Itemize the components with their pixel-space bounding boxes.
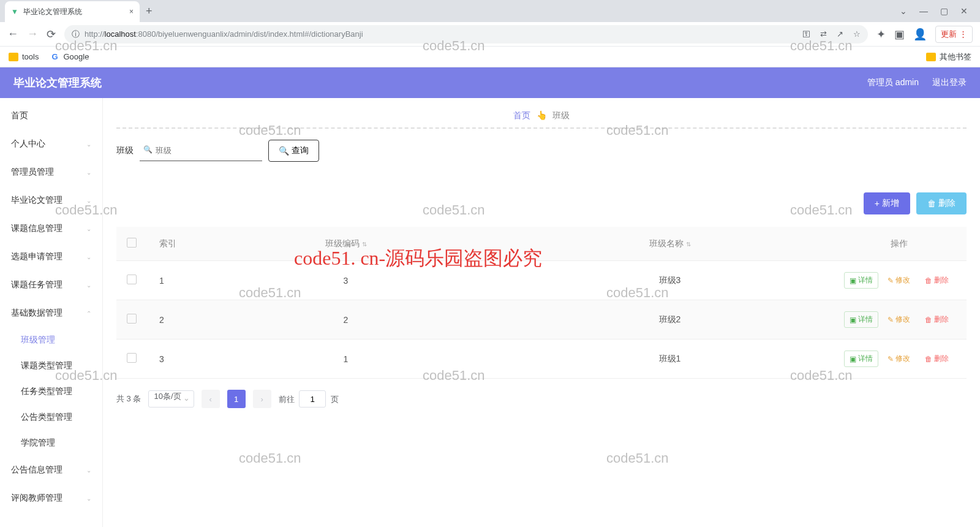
table-row: 13班级3▣详情✎修改🗑删除 [116, 261, 967, 300]
delete-button[interactable]: 🗑 删除 [916, 192, 967, 214]
edit-icon: ✎ [888, 355, 894, 363]
google-icon: G [50, 52, 59, 62]
query-button[interactable]: 🔍 查询 [268, 140, 319, 162]
sidebar-item-review-teacher[interactable]: 评阅教师管理⌄ [0, 484, 102, 512]
vue-favicon-icon: ▼ [11, 7, 18, 16]
row-checkbox[interactable] [127, 275, 137, 284]
next-page-button[interactable]: › [253, 390, 271, 408]
close-tab-icon[interactable]: × [129, 7, 134, 16]
chevron-down-icon: ⌄ [86, 282, 91, 289]
row-checkbox[interactable] [127, 353, 137, 363]
folder-icon [9, 53, 18, 61]
row-edit-button[interactable]: ✎修改 [882, 311, 916, 328]
minimize-icon[interactable]: — [919, 6, 928, 16]
divider [116, 127, 967, 129]
row-edit-button[interactable]: ✎修改 [882, 272, 916, 289]
maximize-icon[interactable]: ▢ [940, 6, 948, 16]
site-info-icon[interactable]: ⓘ [72, 29, 80, 40]
update-button[interactable]: 更新 ⋮ [935, 26, 973, 43]
browser-tab[interactable]: ▼ 毕业论文管理系统 × [5, 1, 140, 22]
th-code[interactable]: 班级编码⇅ [184, 227, 508, 261]
cell-index: 3 [147, 339, 184, 379]
select-all-checkbox[interactable] [127, 238, 137, 248]
row-delete-button[interactable]: 🗑删除 [919, 311, 954, 328]
page-number[interactable]: 1 [227, 390, 246, 408]
share-icon[interactable]: ↗ [837, 29, 843, 39]
sidebar-item-home[interactable]: 首页 [0, 102, 102, 130]
breadcrumb-current: 班级 [552, 110, 570, 120]
translate-icon[interactable]: ⇄ [820, 29, 827, 39]
url-path: :8080/biyeluenwenguanlix/admin/dist/inde… [136, 29, 363, 39]
sidebar: 首页 个人中心⌄ 管理员管理⌄ 毕业论文管理⌄ 课题信息管理⌄ 选题申请管理⌄ … [0, 98, 103, 527]
sidebar-sub-college[interactable]: 学院管理 [0, 430, 102, 456]
goto-page-input[interactable] [299, 390, 326, 408]
sidebar-item-admin[interactable]: 管理员管理⌄ [0, 158, 102, 186]
cell-name: 班级2 [508, 300, 832, 339]
row-delete-button[interactable]: 🗑删除 [919, 351, 954, 367]
edit-icon: ✎ [888, 316, 894, 324]
breadcrumb-sep-icon: 👆 [537, 110, 547, 120]
detail-icon: ▣ [850, 316, 856, 324]
extensions-icon[interactable]: ✦ [876, 28, 886, 41]
cell-index: 1 [147, 261, 184, 300]
row-detail-button[interactable]: ▣详情 [844, 272, 878, 289]
table-row: 31班级1▣详情✎修改🗑删除 [116, 339, 967, 379]
reload-button[interactable]: ⟳ [47, 28, 56, 41]
bookmark-google[interactable]: G Google [50, 52, 89, 62]
bookmark-icon[interactable]: ☆ [853, 29, 861, 39]
chevron-down-icon: ⌄ [86, 197, 91, 204]
prev-page-button[interactable]: ‹ [202, 390, 220, 408]
sidebar-item-basedata[interactable]: 基础数据管理⌃ [0, 299, 102, 327]
bookmark-tools[interactable]: tools [9, 52, 39, 62]
sidebar-item-topic-info[interactable]: 课题信息管理⌄ [0, 214, 102, 243]
sidebar-sub-notice-type[interactable]: 公告类型管理 [0, 404, 102, 430]
sidebar-item-topic-apply[interactable]: 选题申请管理⌄ [0, 243, 102, 271]
back-button[interactable]: ← [7, 28, 18, 40]
search-input[interactable] [140, 140, 262, 161]
edit-icon: ✎ [888, 276, 894, 285]
chevron-down-icon: ⌄ [86, 495, 91, 502]
th-name[interactable]: 班级名称⇅ [508, 227, 832, 261]
pagination: 共 3 条 10条/页 ‹ 1 › 前往 页 [116, 390, 967, 408]
table-row: 22班级2▣详情✎修改🗑删除 [116, 300, 967, 339]
sidebar-item-notice[interactable]: 公告信息管理⌄ [0, 456, 102, 484]
sidebar-sub-class[interactable]: 班级管理 [0, 327, 102, 353]
user-label[interactable]: 管理员 admin [867, 77, 919, 88]
add-button[interactable]: + 新增 [864, 192, 910, 214]
trash-icon: 🗑 [925, 355, 932, 363]
close-window-icon[interactable]: ✕ [960, 6, 968, 16]
chevron-up-icon: ⌃ [86, 310, 91, 317]
sidebar-item-thesis[interactable]: 毕业论文管理⌄ [0, 186, 102, 214]
row-delete-button[interactable]: 🗑删除 [919, 272, 954, 289]
new-tab-button[interactable]: + [140, 5, 159, 18]
chevron-down-icon[interactable]: ⌄ [900, 6, 907, 16]
search-icon: 🔍 [279, 146, 289, 156]
row-checkbox[interactable] [127, 314, 137, 324]
sidebar-item-topic-task[interactable]: 课题任务管理⌄ [0, 271, 102, 299]
breadcrumb-home[interactable]: 首页 [513, 110, 530, 120]
sidebar-sub-topic-type[interactable]: 课题类型管理 [0, 353, 102, 379]
folder-icon [926, 53, 936, 61]
row-detail-button[interactable]: ▣详情 [844, 311, 878, 328]
th-index[interactable]: 索引 [147, 227, 184, 261]
row-edit-button[interactable]: ✎修改 [882, 351, 916, 367]
search-icon: 🔍 [143, 145, 153, 154]
sidebar-sub-task-type[interactable]: 任务类型管理 [0, 379, 102, 404]
chevron-down-icon: ⌄ [86, 141, 91, 148]
forward-button[interactable]: → [27, 28, 38, 40]
cell-code: 1 [184, 339, 508, 379]
key-icon[interactable]: ⚿ [802, 29, 810, 39]
chevron-down-icon: ⌄ [86, 226, 91, 232]
chevron-down-icon: ⌄ [86, 169, 91, 176]
other-bookmarks[interactable]: 其他书签 [926, 51, 971, 63]
url-host: localhost [105, 29, 136, 39]
sidebar-item-profile[interactable]: 个人中心⌄ [0, 130, 102, 158]
profile-icon[interactable]: 👤 [913, 28, 927, 41]
row-detail-button[interactable]: ▣详情 [844, 351, 878, 367]
logout-button[interactable]: 退出登录 [932, 77, 967, 88]
url-bar[interactable]: ⓘ http://localhost:8080/biyeluenwenguanl… [64, 25, 868, 44]
page-size-select[interactable]: 10条/页 [148, 390, 194, 408]
trash-icon: 🗑 [925, 276, 932, 285]
detail-icon: ▣ [850, 276, 856, 285]
sidebar-icon[interactable]: ▣ [894, 28, 905, 41]
